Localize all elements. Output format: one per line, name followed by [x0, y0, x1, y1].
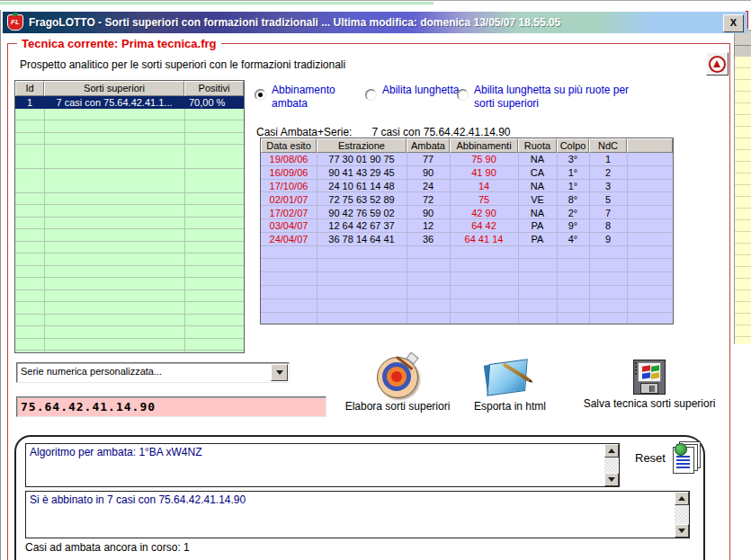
grid-line — [44, 96, 45, 352]
radio-icon — [457, 89, 469, 101]
col-header-ndc[interactable]: NdC — [589, 138, 627, 153]
dartboard-icon[interactable] — [374, 356, 421, 397]
scroll-up-button[interactable] — [604, 444, 619, 458]
table-cell: 8° — [557, 194, 589, 205]
radio-icon — [255, 89, 266, 101]
scrollbar[interactable] — [604, 444, 619, 486]
table-cell: 16/09/06 — [261, 167, 317, 178]
results-table-header: Data esito Estrazione Ambata Abbinamenti… — [261, 138, 673, 154]
table-cell: 5 — [589, 194, 627, 205]
table-cell: 2 — [589, 167, 627, 178]
table-cell: 02/01/07 — [261, 194, 317, 205]
table-cell: 64 42 — [450, 220, 518, 231]
table-cell: 9° — [557, 220, 589, 231]
algorithm-textbox[interactable]: Algoritmo per ambata: 1°BA xW4NZ — [25, 443, 620, 487]
sorti-table-body: 1 7 casi con 75.64.42.41.1... 70,00 % — [15, 96, 244, 352]
table-row[interactable]: 17/10/0624 10 61 14 482414NA1°3 — [261, 180, 673, 193]
col-header-abbinamenti[interactable]: Abbinamenti — [450, 138, 518, 153]
casi-label: Casi Ambata+Serie: — [256, 126, 352, 138]
radio-lunghetta-piu-ruote[interactable]: Abilita lunghetta su più ruote per sorti… — [457, 84, 634, 111]
table-cell: 24 10 61 14 48 — [317, 181, 407, 191]
groupbox-title: Tecnica corrente: Prima tecnica.frg — [17, 37, 221, 50]
col-header-estrazione[interactable]: Estrazione — [317, 138, 407, 153]
reset-button[interactable] — [673, 441, 700, 472]
casi-ambata-serie-line: Casi Ambata+Serie:7 casi con 75.64.42.41… — [256, 126, 511, 138]
table-cell: VE — [518, 194, 557, 205]
table-row[interactable]: 16/09/0690 41 43 29 459041 90CA1°2 — [261, 166, 673, 180]
table-cell: 90 41 43 29 45 — [317, 167, 407, 178]
sorti-table-header: Id Sorti superiori Positivi — [15, 81, 244, 97]
reset-label: Reset — [635, 451, 666, 465]
table-cell: PA — [518, 220, 557, 231]
elabora-label: Elabora sorti superiori — [345, 400, 451, 413]
table-cell: 72 — [407, 194, 450, 205]
cell-positivi: 70,00 % — [184, 97, 244, 108]
table-cell: 36 78 14 64 41 — [317, 234, 407, 244]
background-window-rows-fragment — [734, 57, 751, 344]
serie-combobox[interactable]: Serie numerica personalizzata... — [16, 362, 290, 383]
salva-tecnica-button[interactable]: Salva tecnica sorti superiori — [564, 360, 735, 410]
grid-line — [184, 96, 185, 352]
serie-numerica-input[interactable]: 75.64.42.41.14.90 — [16, 396, 326, 417]
table-row[interactable]: 02/01/0772 75 63 52 897275VE8°5 — [261, 192, 673, 206]
floppy-disk-icon[interactable] — [633, 360, 666, 395]
scrollbar[interactable] — [675, 492, 689, 538]
table-cell: 1° — [557, 181, 589, 191]
table-row[interactable]: 17/02/0790 42 76 59 029042 90NA2°7 — [261, 206, 673, 219]
table-row[interactable]: 24/04/0736 78 14 64 413664 41 14PA4°9 — [261, 233, 673, 246]
table-cell: 7 — [589, 208, 627, 218]
radio-abbinamento-ambata[interactable]: Abbinamento ambata — [255, 84, 372, 111]
col-header-ambata[interactable]: Ambata — [407, 138, 450, 153]
table-cell: 72 75 63 52 89 — [317, 194, 407, 205]
table-cell: 17/10/06 — [261, 181, 317, 191]
col-header-colpo[interactable]: Colpo — [557, 138, 589, 153]
table-cell: 36 — [407, 234, 450, 244]
algorithm-text: Algoritmo per ambata: 1°BA xW4NZ — [30, 446, 601, 458]
combobox-dropdown-button[interactable] — [271, 364, 288, 381]
esporta-label: Esporta in html — [474, 400, 546, 413]
close-button[interactable]: X — [723, 14, 744, 32]
results-table[interactable]: Data esito Estrazione Ambata Abbinamenti… — [260, 138, 674, 324]
table-row[interactable]: 19/08/0677 30 01 90 757775 90NA3°1 — [261, 153, 673, 166]
scroll-down-button[interactable] — [604, 473, 619, 486]
table-cell: 64 41 14 — [450, 234, 518, 244]
scroll-down-button[interactable] — [675, 524, 689, 538]
radio-label: Abilita lunghetta — [382, 84, 465, 101]
status-line: Casi ad ambata ancora in corso: 1 — [25, 541, 190, 554]
table-cell: 12 64 42 67 37 — [317, 220, 407, 231]
radio-abilita-lunghetta[interactable]: Abilita lunghetta — [365, 84, 465, 101]
table-cell: 90 42 76 59 02 — [317, 208, 407, 218]
eject-button[interactable] — [706, 52, 729, 76]
col-header-data-esito[interactable]: Data esito — [261, 138, 317, 153]
table-cell: 41 90 — [450, 167, 518, 178]
cell-sorti: 7 casi con 75.64.42.41.1... — [44, 97, 184, 108]
result-textbox[interactable]: Si è abbinato in 7 casi con 75.64.42.41.… — [25, 491, 690, 538]
table-cell: 24/04/07 — [261, 234, 317, 244]
sorti-superiori-table[interactable]: Id Sorti superiori Positivi 1 7 casi con… — [14, 80, 245, 353]
table-row-selected[interactable]: 1 7 casi con 75.64.42.41.1... 70,00 % — [15, 96, 244, 109]
table-row[interactable]: 03/04/0712 64 42 67 371264 42PA9°8 — [261, 219, 673, 233]
esporta-html-button[interactable]: Esporta in html — [451, 358, 568, 413]
globe-icon — [675, 443, 687, 456]
table-cell: 24 — [407, 181, 450, 191]
combobox-value: Serie numerica personalizzata... — [17, 363, 270, 382]
scroll-up-button[interactable] — [675, 492, 689, 505]
eject-icon — [709, 56, 726, 73]
titlebar[interactable]: FL FragoLOTTO - Sorti superiori con form… — [3, 12, 747, 33]
radio-icon — [365, 89, 377, 101]
table-cell: NA — [518, 154, 557, 164]
col-header-sorti[interactable]: Sorti superiori — [44, 81, 184, 96]
table-cell: NA — [518, 208, 557, 218]
elabora-sorti-button[interactable]: Elabora sorti superiori — [339, 356, 456, 413]
col-header-id[interactable]: Id — [15, 81, 44, 96]
book-pen-icon[interactable] — [485, 358, 535, 397]
table-cell: 19/08/06 — [261, 154, 317, 164]
algorithm-panel: Algoritmo per ambata: 1°BA xW4NZ Reset S… — [14, 435, 705, 560]
radio-label: Abbinamento ambata — [272, 84, 372, 111]
table-cell: 42 90 — [450, 208, 518, 218]
casi-value: 7 casi con 75.64.42.41.14.90 — [371, 126, 510, 138]
table-cell: 1 — [589, 154, 627, 164]
col-header-positivi[interactable]: Positivi — [184, 81, 244, 96]
app-icon: FL — [7, 14, 23, 31]
col-header-ruota[interactable]: Ruota — [518, 138, 557, 153]
